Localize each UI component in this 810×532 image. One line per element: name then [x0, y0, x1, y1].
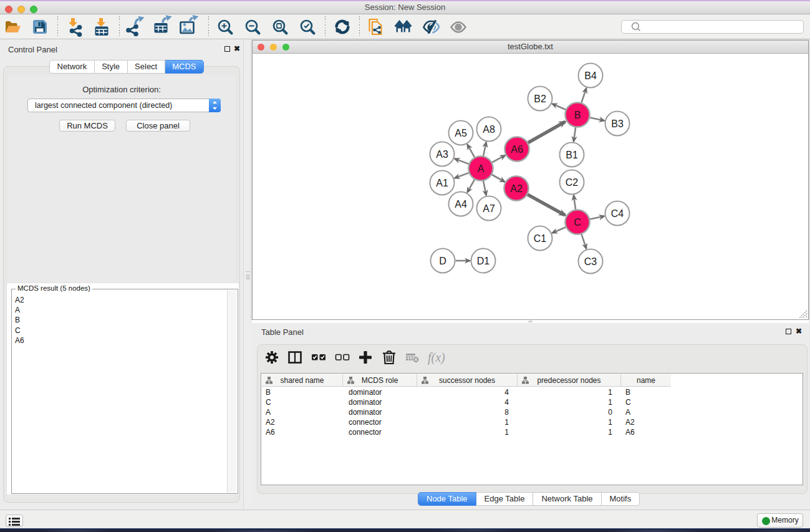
svg-text:C: C [574, 217, 581, 228]
svg-text:A7: A7 [483, 203, 495, 214]
svg-text:C2: C2 [566, 177, 579, 188]
svg-text:B4: B4 [584, 70, 597, 81]
svg-text:D1: D1 [477, 256, 490, 266]
svg-text:f(x): f(x) [428, 351, 445, 365]
svg-text:B2: B2 [534, 94, 546, 104]
svg-text:C4: C4 [611, 208, 624, 219]
svg-text:A6: A6 [511, 144, 523, 155]
svg-text:C3: C3 [584, 256, 597, 267]
svg-text:C1: C1 [534, 233, 547, 244]
svg-text:A1: A1 [436, 178, 448, 188]
svg-text:A: A [478, 163, 485, 174]
svg-text:A3: A3 [436, 149, 448, 160]
svg-text:B1: B1 [566, 150, 578, 160]
svg-text:B: B [574, 110, 581, 120]
svg-text:A4: A4 [455, 199, 467, 210]
svg-text:D: D [439, 256, 446, 266]
svg-text:A5: A5 [455, 128, 467, 138]
svg-text:A2: A2 [510, 183, 523, 194]
svg-text:B3: B3 [611, 118, 624, 129]
svg-text:A8: A8 [483, 124, 495, 135]
